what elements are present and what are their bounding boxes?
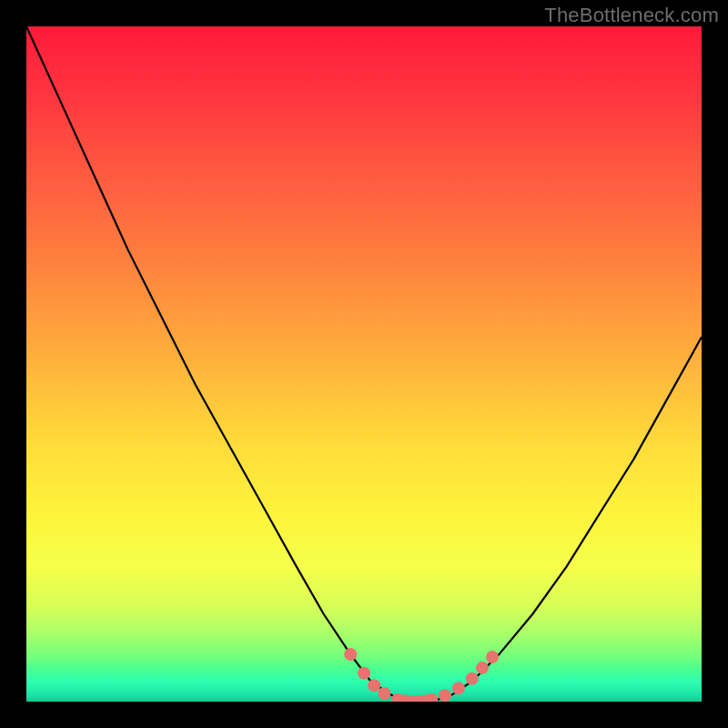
curve-marker xyxy=(476,662,489,674)
curve-marker xyxy=(425,693,438,702)
curve-path xyxy=(26,26,702,702)
curve-markers xyxy=(344,648,499,702)
bottleneck-curve xyxy=(26,26,702,702)
chart-frame: TheBottleneck.com xyxy=(0,0,728,728)
curve-marker xyxy=(452,682,465,694)
curve-marker xyxy=(368,679,380,692)
curve-marker xyxy=(344,648,357,661)
curve-marker xyxy=(486,651,499,663)
watermark-text: TheBottleneck.com xyxy=(544,4,719,27)
curve-marker xyxy=(466,672,479,685)
plot-area xyxy=(26,26,702,702)
curve-marker xyxy=(439,689,451,702)
curve-marker xyxy=(378,687,390,700)
curve-marker xyxy=(358,667,370,680)
